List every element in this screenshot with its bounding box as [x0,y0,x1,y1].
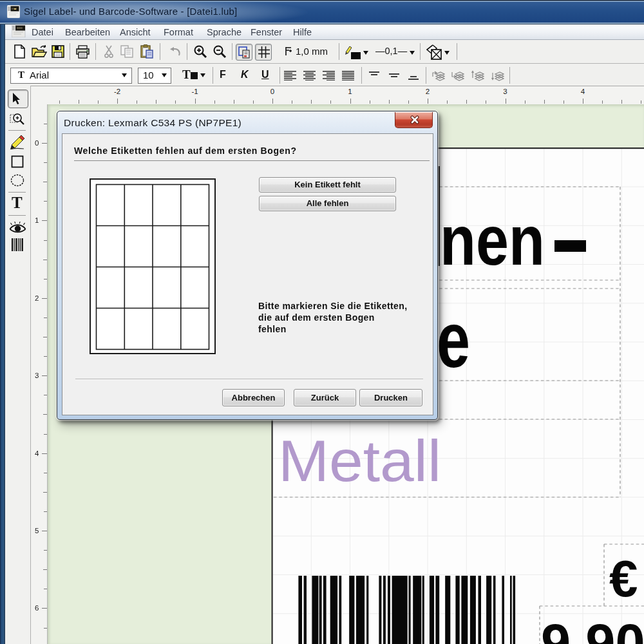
svg-text:e: e [437,296,470,384]
svg-text:9,90: 9,90 [541,613,644,644]
svg-text:nen: nen [440,200,545,279]
svg-text:Metall: Metall [278,428,441,493]
svg-text:€: € [609,550,638,607]
